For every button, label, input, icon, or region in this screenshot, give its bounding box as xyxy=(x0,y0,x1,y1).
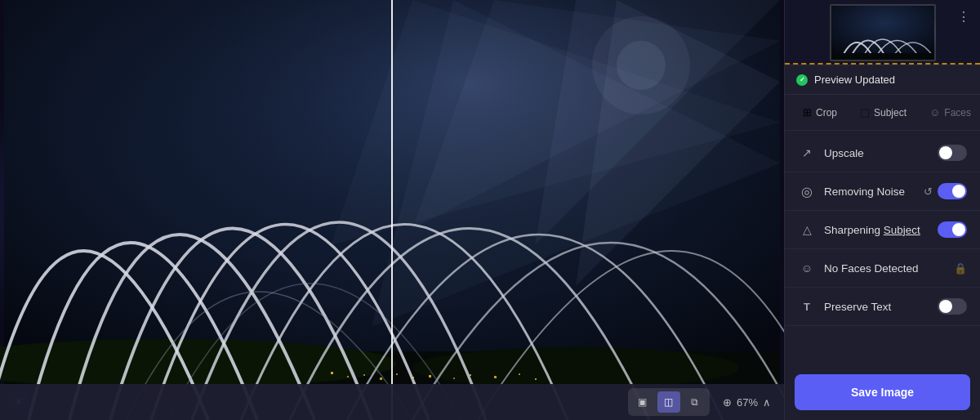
more-options-button[interactable]: ⋮ xyxy=(954,7,973,26)
zoom-icon: ⊕ xyxy=(723,396,732,409)
svg-rect-25 xyxy=(831,53,936,61)
svg-rect-23 xyxy=(535,378,537,380)
svg-rect-15 xyxy=(380,378,382,380)
undo-icon[interactable]: ↺ xyxy=(924,185,933,198)
svg-rect-18 xyxy=(429,375,431,378)
zoom-level[interactable]: 67% xyxy=(737,396,758,409)
lock-icon: 🔒 xyxy=(954,262,967,275)
upscale-icon: ↗ xyxy=(798,144,816,162)
photo-canvas xyxy=(0,0,784,420)
view-original-button[interactable]: ▣ xyxy=(631,391,654,413)
svg-rect-12 xyxy=(331,372,333,374)
tab-subject-label: Subject xyxy=(874,107,906,118)
preview-status-bar: Preview Updated xyxy=(785,65,980,95)
compare-view-icon: ⧉ xyxy=(691,396,698,408)
upscale-action xyxy=(938,145,967,161)
settings-list: ↗ Upscale ◎ Removing Noise ↺ △ Sharpenin… xyxy=(785,131,980,364)
upscale-toggle[interactable] xyxy=(938,145,967,161)
preserve-text-icon: T xyxy=(798,297,816,315)
removing-noise-action: ↺ xyxy=(924,183,967,199)
preserve-text-action xyxy=(938,298,967,315)
tab-faces[interactable]: ☺ Faces xyxy=(923,103,978,122)
preview-status-text: Preview Updated xyxy=(814,74,969,86)
setting-sharpening: △ Sharpening Subject xyxy=(785,211,980,249)
sharpening-toggle[interactable] xyxy=(938,221,967,238)
preserve-text-label: Preserve Text xyxy=(824,301,929,313)
svg-point-9 xyxy=(412,347,739,388)
setting-no-faces: ☺ No Faces Detected 🔒 xyxy=(785,249,980,288)
svg-rect-13 xyxy=(347,376,349,378)
status-dot xyxy=(796,74,808,86)
svg-rect-14 xyxy=(363,374,365,376)
setting-upscale: ↗ Upscale xyxy=(785,134,980,172)
no-faces-action: 🔒 xyxy=(954,262,967,275)
thumbnail-border-indicator xyxy=(785,61,980,65)
sharpening-action xyxy=(938,221,967,238)
view-split-button[interactable]: ◫ xyxy=(657,391,680,413)
removing-noise-toggle[interactable] xyxy=(938,183,967,199)
faces-icon: ☺ xyxy=(929,106,940,118)
svg-rect-17 xyxy=(412,377,414,378)
svg-rect-21 xyxy=(494,376,497,378)
tab-subject[interactable]: ⬚ Subject xyxy=(853,103,913,122)
split-view-icon: ◫ xyxy=(664,396,673,408)
svg-point-11 xyxy=(617,41,666,90)
tab-faces-label: Faces xyxy=(944,107,971,118)
subject-icon: ⬚ xyxy=(860,106,870,118)
no-faces-label: No Faces Detected xyxy=(824,262,946,275)
tab-crop[interactable]: ⊞ Crop xyxy=(796,103,844,122)
save-image-button[interactable]: Save Image xyxy=(795,374,970,410)
main-image-area: ▣ ◫ ⧉ ⊕ 67% ∧ ∧ xyxy=(0,0,784,420)
sharpening-icon: △ xyxy=(798,221,816,239)
no-faces-icon: ☺ xyxy=(798,259,816,277)
sharpening-subject-link[interactable]: Subject xyxy=(884,224,920,236)
setting-removing-noise: ◎ Removing Noise ↺ xyxy=(785,172,980,211)
zoom-control: ⊕ 67% ∧ xyxy=(723,396,771,409)
view-compare-button[interactable]: ⧉ xyxy=(684,391,706,413)
more-icon: ⋮ xyxy=(957,9,970,25)
bottom-toolbar: ▣ ◫ ⧉ ⊕ 67% ∧ xyxy=(0,384,784,420)
preserve-text-toggle[interactable] xyxy=(938,298,967,315)
crop-icon: ⊞ xyxy=(803,106,812,118)
setting-preserve-text: T Preserve Text xyxy=(785,288,980,326)
thumbnail-area: ⋮ xyxy=(785,0,980,65)
right-panel: ⋮ Preview Updated ⊞ Crop ⬚ Subject ☺ Fac… xyxy=(784,0,980,420)
sharpening-label: Sharpening Subject xyxy=(824,224,929,236)
svg-rect-16 xyxy=(396,373,398,375)
noise-icon: ◎ xyxy=(798,182,816,200)
original-view-icon: ▣ xyxy=(638,396,647,408)
tool-tabs: ⊞ Crop ⬚ Subject ☺ Faces xyxy=(785,95,980,131)
svg-rect-22 xyxy=(519,373,520,375)
thumbnail-image xyxy=(830,4,936,61)
split-line xyxy=(391,0,393,420)
svg-rect-19 xyxy=(453,378,455,379)
svg-rect-20 xyxy=(470,374,471,376)
removing-noise-label: Removing Noise xyxy=(824,185,915,198)
zoom-expand-icon[interactable]: ∧ xyxy=(763,396,771,409)
tab-crop-label: Crop xyxy=(816,107,837,118)
view-mode-group: ▣ ◫ ⧉ xyxy=(628,388,710,416)
upscale-label: Upscale xyxy=(824,147,929,159)
